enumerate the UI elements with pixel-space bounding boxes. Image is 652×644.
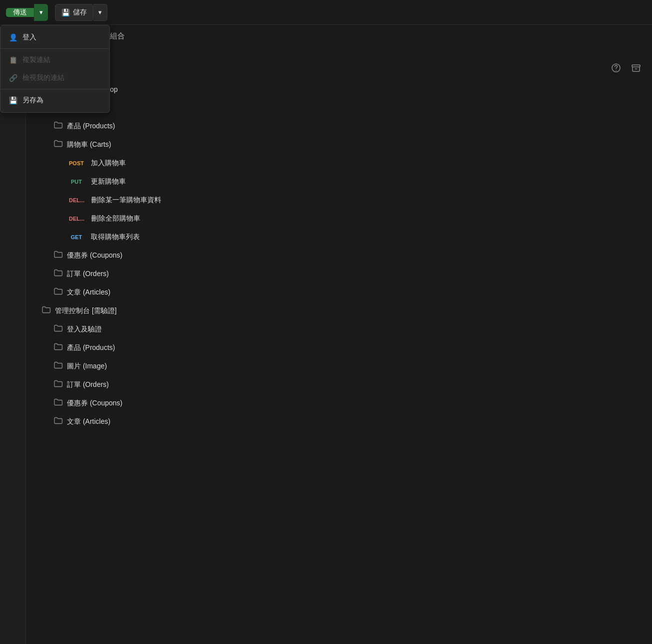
tree-item-label: 加入購物車 [91,159,632,168]
send-button[interactable]: 傳送 [6,8,34,17]
dropdown-divider-2 [0,89,109,89]
tree-item-orders-customer[interactable]: 訂單 (Orders) ⋮ [26,265,652,283]
tree-item-label: HexSchool-Vue3-Shop [47,85,632,93]
tree-item-label: 文章 (Articles) [67,288,632,297]
add-row: + 新增 [26,58,652,80]
topbar: 傳送 ▾ 💾 儲存 ▾ 👤 登入 📋 複製連結 🔗 檢視我的連結 💾 [0,0,652,25]
method-badge-delete: DEL... [66,215,87,223]
svg-rect-3 [632,65,640,67]
save-as-icon: 💾 [8,96,17,104]
left-sidebar [0,25,26,644]
folder-icon [54,269,63,279]
tree-item-label: 取得購物車列表 [91,233,632,242]
help-button[interactable] [608,60,624,76]
tree-item-login-auth[interactable]: 登入及驗證 ⋮ [26,320,652,338]
tree-item-label: 優惠券 (Coupons) [67,251,632,260]
tree-item-coupons-customer[interactable]: 優惠券 (Coupons) ⋮ [26,246,652,265]
tree-item-customer-shopping[interactable]: 客戶購物 ⋮ [26,98,652,117]
archive-button[interactable] [628,60,644,76]
copy-icon: 📋 [8,56,17,64]
save-dropdown-button[interactable]: ▾ [93,4,107,21]
save-button[interactable]: 💾 儲存 [55,4,93,21]
dropdown-login[interactable]: 👤 登入 [0,28,109,46]
method-badge-post: POST [66,159,87,167]
tree-item-put-update-cart[interactable]: PUT 更新購物車 ⋮ [26,172,652,191]
dropdown-divider-1 [0,48,109,49]
tree-item-admin-panel[interactable]: 管理控制台 [需驗證] ⋮ [26,302,652,320]
tree-item-label: 文章 (Articles) [67,417,632,426]
tree-item-label: 客戶購物 [55,103,632,112]
folder-icon [54,361,63,371]
tree-item-label: 登入及驗證 [67,325,632,334]
tree-item-label: 管理控制台 [需驗證] [55,307,632,316]
main-content: My Workspace > 組合 + 新增 [26,25,652,644]
chevron-down-icon: ▾ [98,8,102,16]
tree-item-label: 刪除某一筆購物車資料 [91,196,632,205]
tree-item-orders-admin[interactable]: 訂單 (Orders) ⋮ [26,375,652,394]
folder-icon [54,398,63,408]
breadcrumb-current: 組合 [110,31,125,41]
tree-item-delete-one-cart[interactable]: DEL... 刪除某一筆購物車資料 ⋮ [26,191,652,209]
search-input[interactable] [34,46,644,54]
tree-item-articles-admin[interactable]: 文章 (Articles) ⋮ [26,412,652,431]
tree-item-label: 訂單 (Orders) [67,270,632,279]
tree-item-products-customer[interactable]: 產品 (Products) ⋮ [26,117,652,135]
tree-item-label: 刪除全部購物車 [91,214,632,223]
folder-icon [54,121,63,131]
save-icon: 💾 [61,8,70,16]
dropdown-save-as[interactable]: 💾 另存為 [0,91,109,109]
dropdown-view-links: 🔗 檢視我的連結 [0,69,109,87]
folder-icon [54,324,63,334]
breadcrumb: My Workspace > 組合 [26,25,652,41]
svg-point-2 [616,70,617,71]
tree-item-articles-customer[interactable]: 文章 (Articles) ⋮ [26,283,652,302]
dropdown-copy-link: 📋 複製連結 [0,51,109,69]
tree-item-label: 產品 (Products) [67,343,632,352]
tree-item-hexschool[interactable]: HexSchool-Vue3-Shop ⋮ [26,80,652,98]
tree-item-coupons-admin[interactable]: 優惠券 (Coupons) ⋮ [26,394,652,412]
folder-icon [42,306,51,316]
method-badge-delete: DEL... [66,196,87,204]
tree-item-label: 圖片 (Image) [67,362,632,371]
tree-item-label: 訂單 (Orders) [67,380,632,389]
link-icon: 🔗 [8,74,17,82]
tree-item-label: 優惠券 (Coupons) [67,399,632,408]
login-icon: 👤 [8,33,17,41]
tree-item-carts[interactable]: 購物車 (Carts) ⋮ [26,135,652,154]
folder-icon [54,343,63,352]
folder-icon [54,140,63,149]
tree-item-label: 產品 (Products) [67,122,632,131]
tree-item-get-cart-list[interactable]: GET 取得購物車列表 ⋮ [26,228,652,246]
method-badge-get: GET [66,233,87,241]
tree-item-delete-all-cart[interactable]: DEL... 刪除全部購物車 ⋮ [26,209,652,228]
chevron-down-icon: ▾ [39,8,43,16]
send-dropdown-button[interactable]: ▾ [34,4,48,21]
tree-item-post-add-cart[interactable]: POST 加入購物車 ⋮ [26,154,652,172]
search-bar [26,41,652,58]
tree-item-label: 更新購物車 [91,177,632,186]
top-icon-group [608,60,644,76]
folder-icon [54,251,63,260]
folder-icon [54,288,63,297]
folder-icon [54,417,63,426]
tree-list: HexSchool-Vue3-Shop ⋮ 客戶購物 ⋮ 產品 (Product… [26,80,652,644]
tree-item-products-admin[interactable]: 產品 (Products) ⋮ [26,338,652,357]
tree-item-label: 購物車 (Carts) [67,140,632,149]
tree-item-images-admin[interactable]: 圖片 (Image) ⋮ [26,357,652,375]
folder-icon [54,380,63,389]
dropdown-menu: 👤 登入 📋 複製連結 🔗 檢視我的連結 💾 另存為 [0,25,110,113]
method-badge-put: PUT [66,178,87,186]
